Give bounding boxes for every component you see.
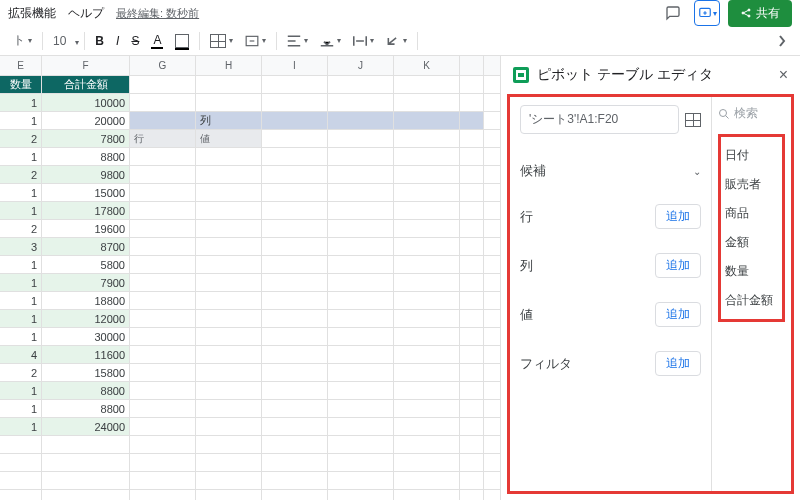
field-list: 日付 販売者 商品 金額 数量 合計金額 xyxy=(718,134,785,322)
borders-button[interactable] xyxy=(205,31,238,51)
strike-button[interactable]: S xyxy=(126,31,144,51)
table-row[interactable]: 1 24000 xyxy=(0,418,500,436)
hdr-qty[interactable]: 数量 xyxy=(0,76,42,93)
colhdr-I[interactable]: I xyxy=(262,56,328,75)
rows-label: 行 xyxy=(520,208,533,226)
menu-extensions[interactable]: 拡張機能 xyxy=(8,5,56,22)
fontsize[interactable]: 10 xyxy=(48,31,71,51)
table-row[interactable]: 1 5800 xyxy=(0,256,500,274)
table-row[interactable]: 1 17800 xyxy=(0,202,500,220)
suggestions-label[interactable]: 候補 xyxy=(520,162,546,180)
field-item[interactable]: 合計金額 xyxy=(723,286,780,315)
table-row[interactable]: 1 8800 xyxy=(0,400,500,418)
toolbar: ト 10 B I S A xyxy=(0,26,800,56)
colhdr-K[interactable]: K xyxy=(394,56,460,75)
colhdr-G[interactable]: G xyxy=(130,56,196,75)
table-row[interactable]: 1 7900 xyxy=(0,274,500,292)
toolbar-more[interactable] xyxy=(772,31,792,51)
pivot-editor-panel: ピボット テーブル エディタ × 'シート3'!A1:F20 候補 ⌄ 行 追加… xyxy=(500,56,800,500)
sheets-icon xyxy=(513,67,529,83)
share-button[interactable]: 共有 xyxy=(728,0,792,27)
present-icon[interactable]: ▾ xyxy=(694,0,720,26)
table-row[interactable]: 2 9800 xyxy=(0,166,500,184)
table-row[interactable]: 1 30000 xyxy=(0,328,500,346)
table-row[interactable]: 1 12000 xyxy=(0,310,500,328)
table-row[interactable]: 2 7800 行値 xyxy=(0,130,500,148)
table-row[interactable]: 2 15800 xyxy=(0,364,500,382)
colhdr-F[interactable]: F xyxy=(42,56,130,75)
bold-button[interactable]: B xyxy=(90,31,109,51)
chevron-down-icon[interactable]: ⌄ xyxy=(693,166,701,177)
table-row[interactable]: 1 8800 xyxy=(0,382,500,400)
table-row[interactable] xyxy=(0,490,500,500)
fontsize-dd[interactable] xyxy=(73,34,79,48)
table-row[interactable]: 1 20000 列 xyxy=(0,112,500,130)
last-edit[interactable]: 最終編集: 数秒前 xyxy=(116,6,199,21)
textcolor-button[interactable]: A xyxy=(146,30,168,52)
menu-help[interactable]: ヘルプ xyxy=(68,5,104,22)
table-row[interactable]: 3 8700 xyxy=(0,238,500,256)
table-row[interactable] xyxy=(0,472,500,490)
field-item[interactable]: 商品 xyxy=(723,199,780,228)
svg-point-2 xyxy=(720,109,727,116)
add-col-button[interactable]: 追加 xyxy=(655,253,701,278)
table-row[interactable] xyxy=(0,436,500,454)
search-icon xyxy=(718,108,730,120)
table-row[interactable] xyxy=(0,454,500,472)
colhdr-J[interactable]: J xyxy=(328,56,394,75)
select-range-icon[interactable] xyxy=(685,113,701,127)
spreadsheet[interactable]: E F G H I J K 数量 合計金額 1 10000 1 20000 列 … xyxy=(0,56,500,500)
table-row[interactable]: 1 10000 xyxy=(0,94,500,112)
comments-icon[interactable] xyxy=(660,0,686,26)
style-dropdown[interactable]: ト xyxy=(8,29,37,52)
field-item[interactable]: 数量 xyxy=(723,257,780,286)
table-row[interactable]: 1 8800 xyxy=(0,148,500,166)
close-icon[interactable]: × xyxy=(779,66,788,84)
colhdr-H[interactable]: H xyxy=(196,56,262,75)
italic-button[interactable]: I xyxy=(111,31,124,51)
add-row-button[interactable]: 追加 xyxy=(655,204,701,229)
filter-label: フィルタ xyxy=(520,355,572,373)
table-row[interactable]: 1 18800 xyxy=(0,292,500,310)
add-filter-button[interactable]: 追加 xyxy=(655,351,701,376)
halign-button[interactable] xyxy=(282,32,313,50)
range-input[interactable]: 'シート3'!A1:F20 xyxy=(520,105,679,134)
cols-label: 列 xyxy=(520,257,533,275)
hdr-total[interactable]: 合計金額 xyxy=(42,76,130,93)
add-value-button[interactable]: 追加 xyxy=(655,302,701,327)
table-row[interactable]: 4 11600 xyxy=(0,346,500,364)
valign-button[interactable] xyxy=(315,32,346,50)
table-row[interactable]: 2 19600 xyxy=(0,220,500,238)
search-placeholder[interactable]: 検索 xyxy=(734,105,758,122)
rotate-button[interactable] xyxy=(381,32,412,50)
field-item[interactable]: 日付 xyxy=(723,141,780,170)
wrap-button[interactable] xyxy=(348,32,379,50)
panel-title: ピボット テーブル エディタ xyxy=(537,66,713,84)
table-row[interactable]: 1 15000 xyxy=(0,184,500,202)
fillcolor-button[interactable] xyxy=(170,31,194,51)
field-item[interactable]: 販売者 xyxy=(723,170,780,199)
colhdr-E[interactable]: E xyxy=(0,56,42,75)
merge-button[interactable] xyxy=(240,32,271,50)
field-item[interactable]: 金額 xyxy=(723,228,780,257)
values-label: 値 xyxy=(520,306,533,324)
